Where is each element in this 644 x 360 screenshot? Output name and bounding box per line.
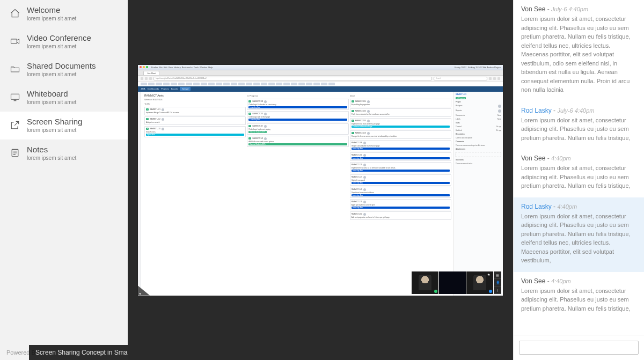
reload-icon <box>149 77 152 80</box>
jira-card: RAMMICT-143Drop these from store databas… <box>350 187 451 198</box>
video-person-icon[interactable]: 👤 <box>494 279 501 286</box>
detail-status: In Progress <box>456 97 466 99</box>
menu-firefox: Firefox <box>151 66 158 69</box>
nav-sub: lorem ipsem sit amet <box>27 99 76 105</box>
nav-sub: lorem ipsem sit amet <box>27 127 82 133</box>
addon-icon <box>489 77 492 80</box>
chat-panel: Von See - July-6 4:40pmLorem ipsum dolor… <box>513 0 644 360</box>
video-strip: ▦ 👤 ⋮ <box>412 271 501 294</box>
chat-timestamp: 4:40pm <box>557 203 577 210</box>
nav-sub: lorem ipsem sit amet <box>27 71 96 77</box>
sidebar-item-welcome[interactable]: Welcome lorem ipsem sit amet <box>0 0 128 28</box>
nav-title: Screen Sharing <box>27 117 82 127</box>
col-head: To Do <box>144 102 246 106</box>
screen-share-stage: Firefox File Edit View History Bookmarks… <box>128 0 513 360</box>
jira-card: •RAMMICT-104Fix padding for pagination <box>350 99 451 107</box>
chat-message: Von See - 4:40pmLorem ipsum dolor sit am… <box>514 149 644 197</box>
chat-messages: Von See - July-6 4:40pmLorem ipsum dolor… <box>514 0 644 335</box>
detail-comments: There are no comments yet on this issue. <box>456 144 501 146</box>
folder-icon <box>8 64 23 75</box>
browser-tab: Jira Meet <box>143 71 159 75</box>
detail-key: RAMMICT-103 <box>456 93 501 95</box>
participant-video-3[interactable] <box>466 271 493 294</box>
addon-icon <box>497 77 500 80</box>
jira-menu-dashboards: Dashboards <box>148 87 159 90</box>
menu-edit: Edit <box>164 66 167 69</box>
nav-forward-icon <box>145 77 148 80</box>
chat-author: Von See <box>521 155 545 162</box>
share-icon <box>8 120 23 130</box>
jira-card: •RAMMICT-105Order Logic Add to Start pag… <box>247 111 348 122</box>
jira-board: RAMMICT Aeris Week of 8/15/2016 To Do •R… <box>138 92 503 296</box>
video-controls: ▦ 👤 ⋮ <box>494 271 501 294</box>
window-controls <box>140 66 148 68</box>
sidebar: Welcome lorem ipsem sit amet Video Confe… <box>0 0 128 360</box>
minimize-dot <box>143 66 145 68</box>
menu-view: View <box>169 66 173 69</box>
menu-history: History <box>174 66 180 69</box>
nav-title: Whiteboard <box>27 89 76 99</box>
sidebar-item-video-conference[interactable]: Video Conference lorem ipsem sit amet <box>0 28 128 56</box>
jira-card: •RAMMICT-142Add field associated across … <box>247 136 348 147</box>
chat-message-header: Rod Lasky - 4:40pm <box>521 203 636 210</box>
video-grid-icon[interactable]: ▦ <box>494 271 501 279</box>
camera-icon <box>8 36 23 47</box>
nav-title: Shared Documents <box>27 61 96 71</box>
menubar-user: Fri Aug 15 5:37 AM Andrea Rogers <box>468 66 501 69</box>
jira-card: •RAMMICT-106Partly items selected so tha… <box>350 108 451 117</box>
jira-menu-boards: Boards <box>171 87 178 90</box>
jira-card: •RAMMICT-103Order Logic Fix header for c… <box>247 99 348 110</box>
jira-col-done: Done •RAMMICT-104Fix padding for paginat… <box>350 94 451 293</box>
menu-tools: Tools <box>194 66 199 69</box>
jira-col-inprogress: In Progress •RAMMICT-103Order Logic Fix … <box>247 94 348 293</box>
chat-message: Von See - 4:40pmLorem ipsum dolor sit am… <box>514 272 644 320</box>
jira-card: •RAMMICT-117Order Logic Implement paging… <box>247 123 348 135</box>
chat-body: Lorem ipsum dolor sit amet, consectetur … <box>521 212 636 265</box>
browser-address-bar: https://meet.jit.si/RocketChat6b0064f49a… <box>138 76 503 82</box>
macos-menubar: Firefox File Edit View History Bookmarks… <box>138 65 503 70</box>
jira-card: RAMMICT-127Highlight nav panelLearn key … <box>350 174 451 186</box>
menu-window: Window <box>200 66 207 69</box>
chat-message-header: Von See - July-6 4:40pm <box>521 5 636 13</box>
sidebar-item-whiteboard[interactable]: Whiteboard lorem ipsem sit amet <box>0 84 128 112</box>
sidebar-item-notes[interactable]: Notes lorem ipsem sit amet <box>0 139 128 167</box>
detail-description: Click to add description <box>456 137 501 139</box>
chat-timestamp: July-6 4:40pm <box>551 6 588 12</box>
chat-timestamp: 4:40pm <box>551 278 571 284</box>
chat-author[interactable]: Rod Lasky <box>521 203 552 210</box>
nav-sub: lorem ipsem sit amet <box>27 155 76 161</box>
chat-message: Rod Lasky - 4:40pmLorem ipsum dolor sit … <box>514 197 644 272</box>
jira-col-todo: RAMMICT Aeris Week of 8/15/2016 To Do •R… <box>144 94 246 293</box>
chat-message-header: Von See - 4:40pm <box>521 155 636 162</box>
nav-sub: lorem ipsem sit amet <box>27 16 76 21</box>
jira-create-button: Create <box>180 87 191 91</box>
chat-timestamp: 4:40pm <box>551 155 571 161</box>
nav-back-icon <box>141 77 143 80</box>
chat-input[interactable] <box>519 341 639 355</box>
chat-timestamp: July-6 4:40pm <box>557 107 594 114</box>
chat-author[interactable]: Rod Lasky <box>521 107 552 114</box>
sidebar-item-shared-documents[interactable]: Shared Documents lorem ipsem sit amet <box>0 56 128 84</box>
chat-message-header: Rod Lasky - July-6 4:40pm <box>521 107 636 114</box>
jira-card: •RAMMICT-110Search usersSprint Asia <box>144 126 246 137</box>
chat-input-wrap <box>514 335 644 360</box>
nav-list: Welcome lorem ipsem sit amet Video Confe… <box>0 0 128 345</box>
jira-logo: JIRA <box>141 87 145 90</box>
bookmarks-bar <box>138 82 503 86</box>
chat-body: Lorem ipsum dolor sit amet, consectetur … <box>521 116 636 143</box>
jira-card: •RAMMICT-200Implement new show 10 items … <box>350 118 451 129</box>
participant-video-1[interactable] <box>412 271 438 294</box>
chat-body: Lorem ipsum dolor sit amet, consectetur … <box>521 14 636 94</box>
jira-card: •RAMMICT-118Change the license screen, a… <box>350 130 451 139</box>
jira-columns: RAMMICT Aeris Week of 8/15/2016 To Do •R… <box>141 92 453 296</box>
sidebar-item-screen-sharing[interactable]: Screen Sharing lorem ipsem sit amet <box>0 112 128 139</box>
chat-message: Von See - July-6 4:40pmLorem ipsum dolor… <box>514 0 644 101</box>
nav-title: Welcome <box>27 5 76 15</box>
url-field: https://meet.jit.si/RocketChat6b0064f49a… <box>153 77 432 80</box>
video-more-icon[interactable]: ⋮ <box>494 286 501 294</box>
menubar-clock: Friday 28:37 <box>455 66 466 69</box>
board-title: RAMMICT Aeris <box>144 94 246 97</box>
svg-rect-0 <box>11 39 17 43</box>
menu-file: File <box>159 66 162 69</box>
participant-video-2[interactable] <box>439 271 466 294</box>
